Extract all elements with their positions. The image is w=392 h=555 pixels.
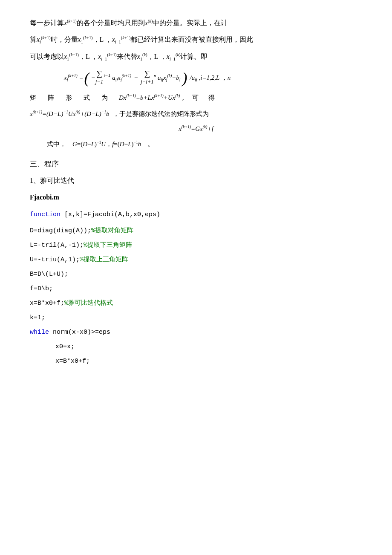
formula-lhs: xi(k+1) = <box>64 72 84 84</box>
code-b: B=D\(L+U); <box>30 271 68 278</box>
code-triu: U=-triu(A,1); <box>30 256 80 263</box>
code-f: f=D\b; <box>30 285 53 292</box>
code-line-10: x0=x; <box>30 340 362 354</box>
keyword-function: function <box>30 211 61 218</box>
code-k: k=1; <box>30 314 45 321</box>
subsection-title: 1、雅可比迭代 <box>30 175 362 186</box>
code-comment-7: %雅可比迭代格式 <box>64 300 113 307</box>
code-line1-rest: [x,k]=Fjacobi(A,b,x0,eps) <box>61 211 160 218</box>
code-container: function [x,k]=Fjacobi(A,b,x0,eps) D=dia… <box>30 208 362 369</box>
code-x-update: x=B*x0+f; <box>55 358 90 365</box>
center-formula: x(k+1)=Gx(k)+f <box>30 124 362 135</box>
intro-para-2: 算xi(k+1)时，分量x1(k+1)，L ，xi−1(k+1)都已经计算出来而… <box>30 34 362 46</box>
intro-text-1: 每一步计算x(k+1)的各个分量时均只用到x(k)中的分量。实际上，在计 <box>30 19 228 26</box>
matrix-result-text: ，于是赛德尔迭代法的矩阵形式为 <box>113 109 209 120</box>
formula-sum1: − ∑ j=1 i−1 aijxj(k+1) <box>91 69 131 87</box>
matrix-form-line: 矩 阵 形 式 为 Dx(k+1)=b+Lx(k+1)+Ux(k)， 可 得 <box>30 92 362 104</box>
matrix-label: 矩 阵 形 式 为 <box>30 92 110 104</box>
code-line-11: x=B*x0+f; <box>30 354 362 369</box>
matrix-eq-1: Dx(k+1)=b+Lx(k+1)+Ux(k)， <box>119 92 186 104</box>
file-label: Fjacobi.m <box>30 194 59 201</box>
code-comment-4: %提取上三角矩阵 <box>80 256 128 263</box>
intro-para-3: 可以考虑以x1(k+1)，L ，xi−1(k+1)来代替x1(k)，L ，xi−… <box>30 51 362 64</box>
code-diag: D=diag(diag(A)); <box>30 227 91 234</box>
code-line-3: L=-tril(A,-1);%提取下三角矩阵 <box>30 238 362 253</box>
code-line-9: while norm(x-x0)>=eps <box>30 325 362 340</box>
formula-minus: − <box>134 72 138 84</box>
subsection-label: 1、雅可比迭代 <box>30 177 74 184</box>
def-line: 式中， G=(D−L)−1U，f=(D−L)−1b 。 <box>30 139 362 150</box>
page-container: 每一步计算x(k+1)的各个分量时均只用到x(k)中的分量。实际上，在计 算xi… <box>30 17 362 369</box>
intro-para-1: 每一步计算x(k+1)的各个分量时均只用到x(k)中的分量。实际上，在计 <box>30 17 362 29</box>
code-line-5: B=D\(L+U); <box>30 267 362 282</box>
section-label: 三、程序 <box>30 160 59 168</box>
code-comment-2: %提取对角矩阵 <box>91 227 133 234</box>
code-line-4: U=-triu(A,1);%提取上三角矩阵 <box>30 253 362 267</box>
code-line-1: function [x,k]=Fjacobi(A,b,x0,eps) <box>30 208 362 222</box>
code-line-8: k=1; <box>30 311 362 325</box>
code-x0-update: x0=x; <box>55 343 75 350</box>
def-text: 式中， G=(D−L)−1U，f=(D−L)−1b 。 <box>47 139 154 150</box>
intro-text-3: 可以考虑以x1(k+1)，L ，xi−1(k+1)来代替x1(k)，L ，xi−… <box>30 53 208 60</box>
matrix-can-get: 可 得 <box>192 92 216 104</box>
code-line-7: x=B*x0+f;%雅可比迭代格式 <box>30 296 362 311</box>
formula-paren-close: ) <box>182 72 187 84</box>
keyword-while: while <box>30 329 49 336</box>
code-comment-3: %提取下三角矩阵 <box>84 242 132 249</box>
center-eq: x(k+1)=Gx(k)+f <box>179 125 213 132</box>
code-line-6: f=D\b; <box>30 282 362 296</box>
file-title: Fjacobi.m <box>30 191 362 203</box>
intro-text-2: 算xi(k+1)时，分量x1(k+1)，L ，xi−1(k+1)都已经计算出来而… <box>30 36 253 43</box>
formula-rhs: /aii ,i=1,2,L ，n <box>190 72 231 84</box>
code-line9-rest: norm(x-x0)>=eps <box>49 329 110 336</box>
code-tril: L=-tril(A,-1); <box>30 242 84 249</box>
formula-paren-open: ( <box>84 72 89 84</box>
matrix-result: x(k+1)=(D−L)−1Ux(k)+(D−L)−1b <box>30 109 110 120</box>
matrix-result-line: x(k+1)=(D−L)−1Ux(k)+(D−L)−1b ，于是赛德尔迭代法的矩… <box>30 109 362 120</box>
formula-sum2: ∑ j=i+1 n aijxj(k)+bi <box>141 69 181 87</box>
code-line-2: D=diag(diag(A));%提取对角矩阵 <box>30 224 362 238</box>
main-formula: xi(k+1) = ( − ∑ j=1 i−1 aijxj(k+1) − ∑ j… <box>30 69 362 87</box>
section-title: 三、程序 <box>30 158 362 171</box>
code-x-init: x=B*x0+f; <box>30 300 64 307</box>
